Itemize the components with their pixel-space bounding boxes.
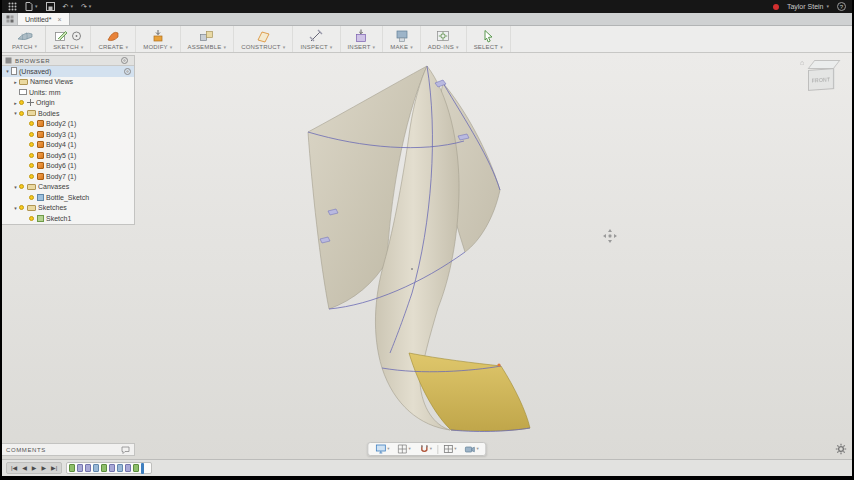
timeline-sketch-feature-icon[interactable] <box>69 464 75 472</box>
save-icon[interactable] <box>46 2 55 11</box>
data-panel-toggle-icon[interactable] <box>2 13 18 25</box>
browser-node-canvases[interactable]: ▾ Canvases <box>2 182 134 193</box>
skip-to-end-button[interactable]: ▶| <box>49 465 59 471</box>
browser-node-origin[interactable]: ▸ Origin <box>2 98 134 109</box>
expander-icon[interactable]: ▾ <box>12 184 19 190</box>
browser-node-sketches[interactable]: ▾ Sketches <box>2 203 134 214</box>
press-pull-icon[interactable] <box>151 29 165 43</box>
visibility-bulb-icon[interactable] <box>19 205 24 210</box>
browser-node-sketch1[interactable]: Sketch1 <box>2 213 134 224</box>
expander-icon[interactable]: ▾ <box>12 205 19 211</box>
document-settings-icon[interactable] <box>124 68 131 75</box>
timeline-patch-feature-icon[interactable] <box>77 464 83 472</box>
browser-node-bottle-sketch[interactable]: Bottle_Sketch <box>2 192 134 203</box>
visibility-bulb-icon[interactable] <box>29 153 34 158</box>
timeline-loft-feature-icon[interactable] <box>93 464 99 472</box>
browser-node-body2[interactable]: Body2 (1) <box>2 119 134 130</box>
view-cube-top-face[interactable] <box>807 60 840 69</box>
camera-settings-button[interactable]: ▾ <box>461 444 481 454</box>
select-cursor-icon[interactable] <box>481 29 495 43</box>
timeline-position-marker[interactable] <box>141 463 144 474</box>
visibility-bulb-icon[interactable] <box>19 111 24 116</box>
create-form-icon[interactable] <box>106 29 120 43</box>
browser-node-body6[interactable]: Body6 (1) <box>2 161 134 172</box>
toolbar-group-construct[interactable]: CONSTRUCT▾ <box>234 26 293 52</box>
visibility-bulb-icon[interactable] <box>29 195 34 200</box>
viewport-3d[interactable]: ⌂ FRONT BROWSER ▾ (Unsaved) <box>2 53 852 459</box>
measure-icon[interactable] <box>309 29 323 43</box>
visibility-bulb-icon[interactable] <box>19 100 24 105</box>
display-settings-button[interactable]: ▾ <box>372 444 392 454</box>
add-ins-icon[interactable] <box>436 29 450 43</box>
user-menu[interactable]: Taylor Stein ▾ <box>787 3 829 10</box>
tab-close-icon[interactable]: × <box>57 16 61 23</box>
timeline-sketch-feature-icon[interactable] <box>133 464 139 472</box>
help-icon[interactable]: ? <box>837 2 846 11</box>
assemble-icon[interactable] <box>199 29 214 43</box>
play-button[interactable]: ▶ <box>30 465 39 471</box>
workspace-selector[interactable]: PATCH ▾ <box>4 26 46 52</box>
visibility-bulb-icon[interactable] <box>29 163 34 168</box>
make-3d-print-icon[interactable] <box>395 29 409 43</box>
toolbar-group-assemble[interactable]: ASSEMBLE▾ <box>181 26 235 52</box>
view-cube[interactable]: ⌂ FRONT <box>800 57 844 97</box>
tab-bar: Untitled* × <box>2 13 852 26</box>
visibility-bulb-icon[interactable] <box>19 184 24 189</box>
sketch-point[interactable] <box>411 268 413 270</box>
comments-panel[interactable]: COMMENTS <box>2 443 135 456</box>
toolbar-group-inspect[interactable]: INSPECT▾ <box>293 26 340 52</box>
sketch-point[interactable] <box>497 363 500 366</box>
visibility-bulb-icon[interactable] <box>29 132 34 137</box>
visibility-bulb-icon[interactable] <box>29 174 34 179</box>
viewport-layout-button[interactable]: ▾ <box>440 444 459 454</box>
skip-to-start-button[interactable]: |◀ <box>9 465 19 471</box>
toolbar-group-select[interactable]: SELECT▾ <box>467 26 511 52</box>
browser-node-named-views[interactable]: ▸ Named Views <box>2 77 134 88</box>
browser-node-bodies[interactable]: ▾ Bodies <box>2 108 134 119</box>
toolbar-group-sketch[interactable]: SKETCH▾ <box>46 26 91 52</box>
toolbar-group-addins[interactable]: ADD-INS▾ <box>421 26 467 52</box>
toolbar-group-create[interactable]: CREATE▾ <box>91 26 136 52</box>
view-cube-front-face[interactable]: FRONT <box>808 68 834 91</box>
browser-node-body3[interactable]: Body3 (1) <box>2 129 134 140</box>
create-sketch-icon[interactable] <box>54 29 68 43</box>
browser-node-body5[interactable]: Body5 (1) <box>2 150 134 161</box>
snap-settings-button[interactable]: ▾ <box>416 444 435 454</box>
toolbar-group-insert[interactable]: INSERT▾ <box>341 26 384 52</box>
sketch-circle-icon[interactable] <box>70 29 83 42</box>
browser-node-body4[interactable]: Body4 (1) <box>2 140 134 151</box>
timeline-patch-feature-icon[interactable] <box>85 464 91 472</box>
visibility-bulb-icon[interactable] <box>29 216 34 221</box>
surface-body-icon <box>37 120 44 127</box>
timeline-patch-feature-icon[interactable] <box>125 464 131 472</box>
timeline-sketch-feature-icon[interactable] <box>101 464 107 472</box>
home-view-icon[interactable]: ⌂ <box>800 59 804 66</box>
browser-node-root[interactable]: ▾ (Unsaved) <box>2 66 134 77</box>
step-back-button[interactable]: ◀ <box>20 465 29 471</box>
construct-plane-icon[interactable] <box>256 29 271 43</box>
timeline-patch-feature-icon[interactable] <box>109 464 115 472</box>
comment-bubble-icon[interactable] <box>121 446 130 454</box>
settings-gear-icon[interactable] <box>835 443 847 455</box>
toolbar-group-modify[interactable]: MODIFY▾ <box>136 26 180 52</box>
browser-node-units[interactable]: Units: mm <box>2 87 134 98</box>
grid-settings-button[interactable]: ▾ <box>395 444 414 454</box>
expander-icon[interactable]: ▸ <box>12 79 19 85</box>
browser-options-icon[interactable] <box>121 57 128 64</box>
step-forward-button[interactable]: ▶ <box>39 465 48 471</box>
visibility-bulb-icon[interactable] <box>29 121 34 126</box>
browser-node-body7[interactable]: Body7 (1) <box>2 171 134 182</box>
toolbar-group-make[interactable]: MAKE▾ <box>383 26 421 52</box>
undo-icon[interactable]: ↶ ▾ <box>63 3 73 11</box>
document-tab[interactable]: Untitled* × <box>18 13 70 25</box>
timeline-track[interactable] <box>66 462 152 474</box>
expander-icon[interactable]: ▾ <box>12 110 19 116</box>
visibility-bulb-icon[interactable] <box>29 142 34 147</box>
insert-icon[interactable] <box>354 29 368 43</box>
expander-icon[interactable]: ▸ <box>12 100 19 106</box>
redo-icon[interactable]: ↷ ▾ <box>81 3 91 11</box>
file-menu-icon[interactable]: ▾ <box>25 2 38 11</box>
expander-icon[interactable]: ▾ <box>4 68 11 74</box>
timeline-loft-feature-icon[interactable] <box>117 464 123 472</box>
app-grid-icon[interactable] <box>8 2 17 11</box>
